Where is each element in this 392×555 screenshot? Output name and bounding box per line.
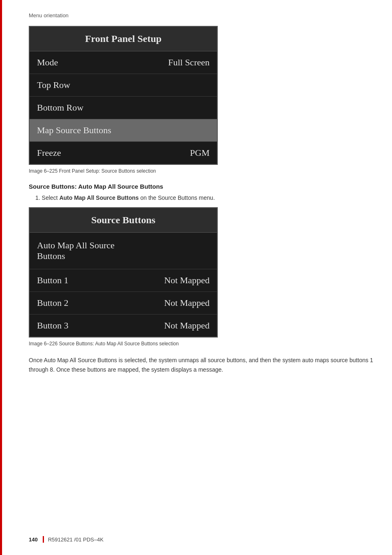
panel2-row-button1: Button 1 Not Mapped [30, 269, 217, 292]
panel1-freeze-value: PGM [190, 148, 210, 158]
panel2-button1-label: Button 1 [37, 275, 164, 286]
panel1-caption: Image 6–225 Front Panel Setup: Source Bu… [29, 168, 376, 174]
footer: 140 R5912621 /01 PDS–4K [29, 536, 376, 543]
instruction-step: Select Auto Map All Source Buttons on th… [29, 193, 376, 202]
footer-doc-ref: R5912621 /01 PDS–4K [48, 536, 104, 543]
panel2-button2-label: Button 2 [37, 298, 164, 308]
panel2-header: Source Buttons [30, 208, 217, 233]
body-text: Once Auto Map All Source Buttons is sele… [29, 356, 376, 374]
panel1-toprow-label: Top Row [37, 80, 210, 90]
instruction-bold: Auto Map All Source Buttons [59, 194, 138, 201]
panel1-row-mode: Mode Full Screen [30, 51, 217, 74]
panel1-freeze-label: Freeze [37, 148, 190, 158]
panel1-row-toprow: Top Row [30, 74, 217, 97]
panel1-bottomrow-label: Bottom Row [37, 102, 210, 113]
panel1-header: Front Panel Setup [30, 27, 217, 51]
panel1-row-freeze: Freeze PGM [30, 142, 217, 164]
front-panel-setup-box: Front Panel Setup Mode Full Screen Top R… [29, 26, 218, 165]
footer-page-number: 140 [29, 536, 38, 543]
panel2-row-button3: Button 3 Not Mapped [30, 314, 217, 337]
instruction-text-pre: Select [42, 194, 60, 201]
panel1-mode-value: Full Screen [168, 57, 210, 68]
panel2-button3-value: Not Mapped [164, 320, 210, 331]
panel2-caption: Image 6–226 Source Buttons: Auto Map All… [29, 341, 376, 347]
section-label: Menu orientation [29, 12, 376, 18]
panel1-mode-label: Mode [37, 57, 168, 68]
panel1-row-mapsource[interactable]: Map Source Buttons [30, 119, 217, 142]
section-heading: Source Buttons: Auto Map All Source Butt… [29, 183, 376, 190]
footer-divider [43, 536, 44, 543]
panel1-mapsource-label: Map Source Buttons [37, 125, 210, 136]
panel1-row-bottomrow: Bottom Row [30, 97, 217, 119]
panel2-row-button2: Button 2 Not Mapped [30, 292, 217, 314]
panel2-button1-value: Not Mapped [164, 275, 210, 286]
panel2-row-automap[interactable]: Auto Map All SourceButtons [30, 233, 217, 269]
left-accent-bar [0, 0, 2, 555]
panel2-button3-label: Button 3 [37, 320, 164, 331]
panel2-automap-label: Auto Map All SourceButtons [37, 240, 115, 261]
source-buttons-box: Source Buttons Auto Map All SourceButton… [29, 207, 218, 338]
instruction-text-post: on the Source Buttons menu. [139, 194, 215, 201]
panel2-button2-value: Not Mapped [164, 298, 210, 308]
